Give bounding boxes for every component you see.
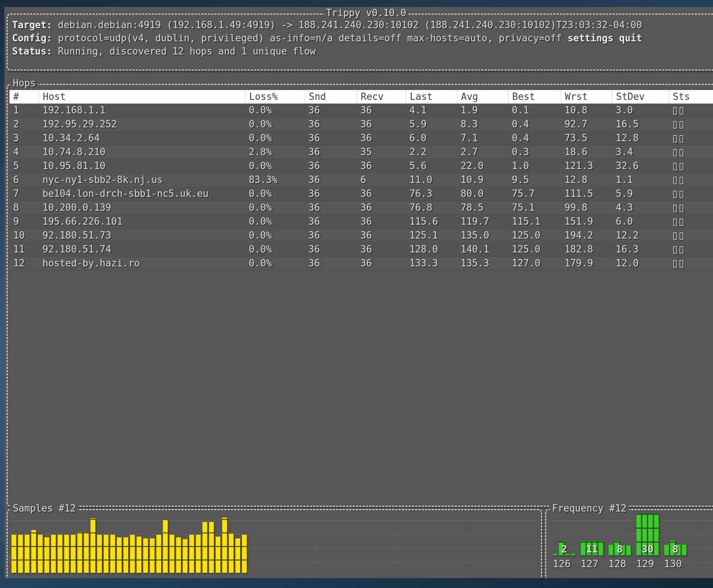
hops-table-header: #HostLoss%SndRecvLastAvgBestWrstStDevSts [10,90,713,104]
sample-bar-19 [130,535,135,573]
hop-5-best: 1.0 [508,159,561,173]
hop-2-avg: 8.3 [457,117,508,131]
hop-5-num: 5 [10,159,39,173]
hops-table-body: 1192.168.1.10.0%36364.11.90.110.83.0▯▯21… [10,104,713,270]
sample-bar-30 [202,522,207,573]
column-header-recv: Recv [357,90,406,104]
sample-bar-20 [136,536,142,573]
hop-row-2[interactable]: 2192.95.29.2520.0%36365.98.30.492.716.5▯… [10,117,713,131]
hop-6-snd: 36 [305,173,357,187]
hop-5-recv: 36 [357,159,406,173]
hop-7-avg: 80.0 [457,187,508,201]
hop-2-host: 192.95.29.252 [39,117,245,131]
terminal-window: Trippy v0.10.0 Target: debian.debian:491… [4,7,713,578]
hop-row-10[interactable]: 1092.180.51.730.0%3636125.1135.0125.0194… [10,229,713,243]
column-header-avg: Avg [457,90,508,104]
hop-11-avg: 140.1 [457,243,508,256]
hop-10-snd: 36 [305,229,357,242]
hop-3-snd: 36 [305,131,357,145]
hop-10-loss: 0.0% [245,229,305,242]
sample-bar-7 [51,535,56,573]
hop-row-7[interactable]: 7be104.lon-drch-sbb1-nc5.uk.eu0.0%363676… [10,187,713,201]
sample-bar-36 [242,535,247,573]
frequency-panel: Frequency #12 2118308 126127128129130 [545,509,713,578]
hop-7-wrst: 111.5 [561,187,612,201]
hop-4-loss: 2.8% [245,145,305,159]
hop-1-best: 0.1 [508,104,561,117]
hop-row-4[interactable]: 410.74.8.2102.8%36352.22.70.318.63.4▯▯ [10,145,713,159]
sample-bar-12 [84,532,89,573]
desktop: { "app": {"title": "Trippy v0.10.0"}, "h… [0,0,713,588]
samples-chart [9,514,540,576]
hop-9-sts: ▯▯ [669,215,713,228]
hop-2-wrst: 92.7 [561,117,612,131]
frequency-axis-labels: 126127128129130 [553,558,687,569]
hop-6-wrst: 12.8 [561,173,612,187]
frequency-chart: 2118308 126127128129130 [551,514,713,576]
sample-bar-16 [110,535,115,573]
hop-9-snd: 36 [305,215,357,228]
hop-6-best: 9.5 [508,173,561,187]
status-line: Status: Running, discovered 12 hops and … [12,45,713,58]
hop-7-num: 7 [10,187,39,201]
hop-3-loss: 0.0% [245,131,305,145]
hop-7-loss: 0.0% [245,187,305,201]
frequency-count-130: 8 [664,543,687,555]
hops-panel: Hops #HostLoss%SndRecvLastAvgBestWrstStD… [7,84,713,507]
hop-8-best: 75.1 [508,201,561,214]
target-label: Target: [12,19,52,30]
hop-row-12[interactable]: 12hosted-by.hazi.ro0.0%3636133.3135.3127… [10,256,713,270]
hop-row-3[interactable]: 310.34.2.640.0%36366.07.10.473.512.8▯▯ [10,131,713,145]
hop-row-5[interactable]: 510.95.81.100.0%36365.622.01.0121.332.6▯… [10,159,713,173]
hop-11-sts: ▯▯ [669,243,713,256]
hop-2-num: 2 [10,117,39,131]
hop-5-wrst: 121.3 [561,159,612,173]
sample-bar-3 [25,535,30,573]
hop-7-stdev: 5.9 [612,187,669,201]
hop-12-wrst: 179.9 [561,256,612,270]
frequency-panel-title: Frequency #12 [550,503,629,514]
hop-5-host: 10.95.81.10 [39,159,245,173]
hop-1-recv: 36 [357,104,406,117]
hop-4-stdev: 3.4 [612,145,669,159]
frequency-count-127: 11 [581,543,603,555]
hop-8-loss: 0.0% [245,201,305,214]
target-line: Target: debian.debian:4919 (192.168.1.49… [12,18,713,31]
hop-row-6[interactable]: 6nyc-ny1-sbb2-8k.nj.us83.3%36611.010.99.… [10,173,713,187]
column-header-stdev: StDev [612,90,669,104]
hop-9-stdev: 6.0 [612,215,669,228]
hop-11-recv: 36 [357,243,406,256]
hop-row-11[interactable]: 1192.180.51.740.0%3636128.0140.1125.0182… [10,243,713,256]
hop-3-avg: 7.1 [457,131,508,145]
hop-12-avg: 135.3 [457,256,508,270]
hop-4-wrst: 18.6 [561,145,612,159]
hop-2-stdev: 16.5 [612,117,669,131]
hop-row-1[interactable]: 1192.168.1.10.0%36364.11.90.110.83.0▯▯ [10,104,713,117]
hop-10-last: 125.1 [406,229,457,242]
hop-10-stdev: 12.2 [612,229,669,242]
frequency-bucket-129: 30 [636,514,659,555]
hop-5-loss: 0.0% [245,159,305,173]
sample-bar-26 [176,537,181,573]
hop-4-sts: ▯▯ [669,145,713,159]
hops-panel-title: Hops [11,78,38,89]
hop-6-recv: 6 [357,173,406,187]
hop-3-stdev: 12.8 [612,131,669,145]
hop-row-9[interactable]: 9195.66.226.1010.0%3636115.6119.7115.115… [10,215,713,229]
status-value: Running, discovered 12 hops and 1 unique… [58,46,315,57]
frequency-tick-127: 127 [581,558,603,569]
hop-7-host: be104.lon-drch-sbb1-nc5.uk.eu [39,187,245,201]
hop-1-avg: 1.9 [457,104,508,117]
hop-6-stdev: 1.1 [612,173,669,187]
column-header-best: Best [508,90,561,104]
hops-table: #HostLoss%SndRecvLastAvgBestWrstStDevSts… [10,90,713,270]
hop-11-stdev: 16.3 [612,243,669,256]
hop-row-8[interactable]: 810.200.0.1390.0%363676.878.575.199.84.3… [10,201,713,215]
frequency-tick-129: 129 [636,558,659,569]
hop-2-loss: 0.0% [245,117,305,131]
hop-11-last: 128.0 [406,243,457,256]
sample-bar-17 [117,537,122,573]
sample-bar-35 [235,538,240,573]
hop-5-sts: ▯▯ [669,159,713,173]
hop-2-recv: 36 [357,117,406,131]
